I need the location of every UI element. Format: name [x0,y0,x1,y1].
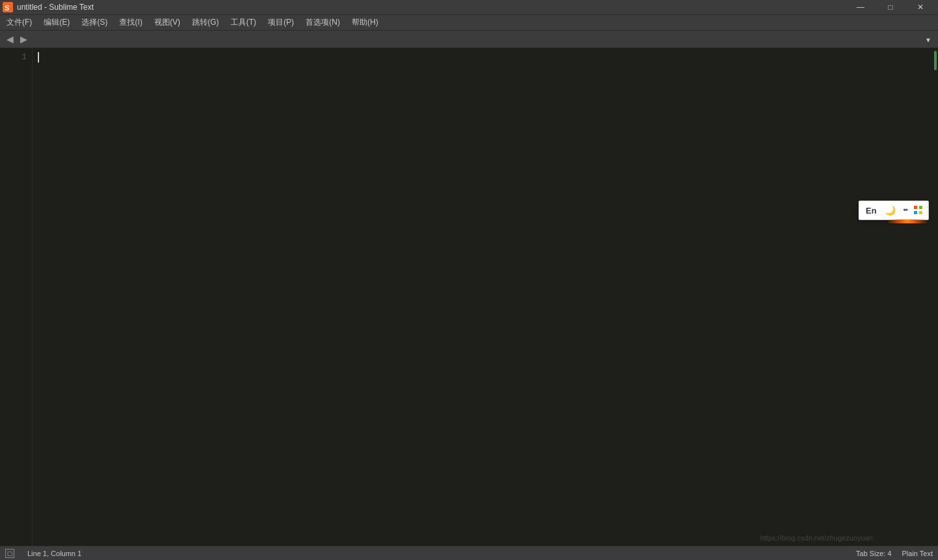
svg-text:S: S [5,4,9,12]
line-numbers: 1 [0,48,33,546]
mini-map-scrollbar [929,48,938,546]
menu-help[interactable]: 帮助(H) [347,16,384,29]
minimize-button[interactable]: — [846,0,875,14]
toolbar: ◀ ▶ ▼ [0,30,938,48]
status-right: Tab Size: 4 Plain Text [856,550,933,557]
editor-area[interactable] [33,48,938,546]
toolbar-right: ▼ [922,33,934,45]
csdn-watermark: https://blog.csdn.net/zhugezuoyuan [760,534,873,542]
editor-content[interactable] [33,48,929,546]
toolbar-dropdown-button[interactable]: ▼ [922,35,934,45]
status-left: □ Line 1, Column 1 [5,549,81,558]
win-square-red [914,206,917,209]
system-tray-popup: En 🌙 •• [859,201,929,220]
app-icon: S [3,2,13,12]
menu-preferences[interactable]: 首选项(N) [300,16,345,29]
tray-dots-icon[interactable]: •• [902,204,909,216]
menu-file[interactable]: 文件(F) [1,16,37,29]
tray-moon-icon[interactable]: 🌙 [883,204,897,217]
menu-project[interactable]: 项目(P) [263,16,299,29]
nav-arrows: ◀ ▶ [4,33,30,46]
status-position[interactable]: Line 1, Column 1 [27,550,81,557]
menu-find[interactable]: 查找(I) [114,16,147,29]
menu-tools[interactable]: 工具(T) [225,16,261,29]
close-button[interactable]: ✕ [905,0,935,14]
tray-windows-icon[interactable] [914,206,923,215]
maximize-button[interactable]: □ [875,0,905,14]
status-tab-size[interactable]: Tab Size: 4 [856,550,891,557]
status-icon: □ [5,549,14,558]
menu-select[interactable]: 选择(S) [76,16,113,29]
nav-back-arrow[interactable]: ◀ [4,33,16,46]
menu-goto[interactable]: 跳转(G) [187,16,224,29]
window-controls: — □ ✕ [846,0,935,14]
editor-container: 1 [0,48,938,546]
title-bar-left: S untitled - Sublime Text [3,2,94,12]
status-icon-symbol: □ [8,550,12,557]
text-cursor [38,52,39,63]
status-bar: □ Line 1, Column 1 Tab Size: 4 Plain Tex… [0,546,938,560]
win-square-blue [914,211,917,214]
win-square-yellow [919,211,922,214]
menu-view[interactable]: 视图(V) [149,16,186,29]
tray-language-icon[interactable]: En [864,204,878,217]
menu-bar: 文件(F) 编辑(E) 选择(S) 查找(I) 视图(V) 跳转(G) 工具(T… [0,14,938,30]
nav-forward-arrow[interactable]: ▶ [18,33,30,46]
line-number-1: 1 [3,51,27,64]
status-file-type[interactable]: Plain Text [902,550,933,557]
title-text: untitled - Sublime Text [17,3,94,12]
mini-scroll-indicator [934,51,937,70]
win-square-green [919,206,922,209]
title-bar: S untitled - Sublime Text — □ ✕ [0,0,938,14]
menu-edit[interactable]: 编辑(E) [38,16,75,29]
